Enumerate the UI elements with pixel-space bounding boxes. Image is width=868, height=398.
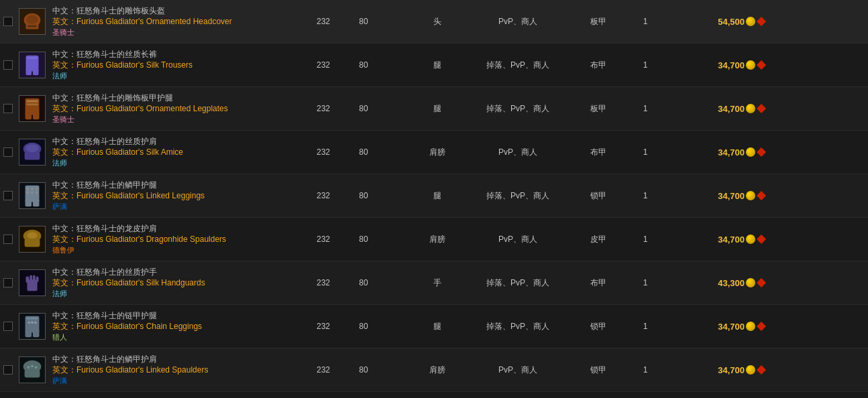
item-source: 掉落、PvP、商人	[464, 189, 572, 203]
svg-point-29	[36, 191, 38, 194]
item-level: 80	[343, 190, 384, 202]
item-name: 中文：狂怒角斗士的雕饰板甲护腿 英文：Furious Gladiator's O…	[48, 91, 303, 127]
pvp-mark-icon	[757, 147, 766, 157]
spacer	[384, 325, 411, 328]
pvp-mark-icon	[757, 235, 766, 244]
table-row: 中文：狂怒角斗士的鳞甲护腿 英文：Furious Gladiator's Lin…	[0, 174, 868, 218]
item-armor-type: 锁甲	[572, 363, 625, 377]
item-armor-type: 皮甲	[572, 233, 625, 247]
svg-rect-9	[27, 58, 37, 59]
svg-rect-22	[25, 200, 32, 206]
svg-point-24	[26, 188, 29, 190]
item-level: 80	[343, 277, 384, 289]
item-level: 80	[343, 15, 384, 27]
item-stack: 1	[625, 59, 665, 71]
pvp-mark-icon	[757, 17, 766, 26]
row-checkbox[interactable]	[0, 320, 16, 332]
svg-rect-36	[26, 277, 30, 283]
item-ilvl: 232	[303, 233, 343, 245]
spacer	[384, 369, 411, 371]
spacer	[384, 194, 411, 197]
svg-rect-43	[33, 330, 40, 337]
svg-point-26	[36, 188, 38, 190]
item-ilvl: 232	[303, 190, 343, 202]
item-level: 80	[343, 59, 384, 71]
pvp-mark-icon	[757, 191, 766, 200]
item-source: 掉落、PvP、商人	[464, 102, 572, 116]
item-ilvl: 232	[303, 146, 343, 158]
row-checkbox[interactable]	[0, 146, 16, 158]
gold-coin-icon	[746, 60, 755, 70]
table-row: 中文：狂怒角斗士的龙皮护肩 英文：Furious Gladiator's Dra…	[0, 218, 868, 261]
svg-rect-39	[36, 277, 39, 283]
spacer	[384, 64, 411, 66]
item-name: 中文：狂怒角斗士的丝质护手 英文：Furious Gladiator's Sil…	[48, 265, 303, 301]
gold-coin-icon	[746, 278, 755, 287]
item-ilvl: 232	[303, 364, 343, 376]
item-slot: 头	[411, 15, 464, 29]
item-price: 34,700	[665, 190, 773, 202]
item-level: 80	[343, 146, 384, 158]
item-price: 34,700	[665, 233, 773, 246]
item-icon	[16, 137, 48, 167]
item-name: 中文：狂怒角斗士的龙皮护肩 英文：Furious Gladiator's Dra…	[48, 222, 303, 257]
item-ilvl: 232	[303, 320, 343, 332]
gold-coin-icon	[746, 322, 755, 331]
pvp-mark-icon	[757, 322, 766, 331]
svg-rect-7	[26, 69, 32, 76]
table-row: 中文：狂怒角斗士的雕饰板甲护腿 英文：Furious Gladiator's O…	[0, 87, 868, 131]
item-price: 34,700	[665, 364, 773, 377]
item-source: PvP、商人	[464, 15, 572, 29]
item-name: 中文：狂怒角斗士的雕饰板头盔 英文：Furious Gladiator's Or…	[48, 4, 303, 40]
item-name: 中文：狂怒角斗士的丝质护肩 英文：Furious Gladiator's Sil…	[48, 135, 303, 170]
svg-rect-12	[25, 113, 32, 119]
item-slot: 腿	[411, 189, 464, 203]
item-name: 中文：狂怒角斗士的链甲护腿 英文：Furious Gladiator's Cha…	[48, 309, 303, 344]
svg-point-47	[34, 321, 37, 324]
svg-point-19	[26, 145, 39, 152]
table-row: 中文：狂怒角斗士的丝质护肩 英文：Furious Gladiator's Sil…	[0, 131, 868, 174]
svg-rect-38	[33, 275, 36, 282]
item-price: 34,700	[665, 59, 773, 72]
item-price: 34,700	[665, 320, 773, 333]
item-level: 80	[343, 320, 384, 332]
item-price: 34,700	[665, 146, 773, 159]
svg-rect-18	[25, 152, 40, 159]
gold-coin-icon	[746, 147, 755, 157]
gold-coin-icon	[746, 104, 755, 113]
row-checkbox[interactable]	[0, 233, 16, 245]
row-checkbox[interactable]	[0, 277, 16, 289]
item-icon	[16, 7, 48, 36]
item-icon	[16, 181, 48, 210]
item-icon	[16, 224, 48, 254]
table-row: 中文：狂怒角斗士的链甲护腿 英文：Furious Gladiator's Cha…	[0, 305, 868, 348]
svg-rect-44	[26, 318, 38, 320]
item-armor-type: 布甲	[572, 58, 625, 72]
item-slot: 腿	[411, 320, 464, 334]
svg-rect-8	[33, 69, 39, 76]
row-checkbox[interactable]	[0, 364, 16, 376]
row-checkbox[interactable]	[0, 103, 16, 115]
item-icon	[16, 94, 48, 123]
item-level: 80	[343, 364, 384, 376]
svg-rect-50	[25, 370, 40, 377]
spacer	[384, 151, 411, 153]
gold-coin-icon	[746, 235, 755, 244]
item-stack: 1	[625, 277, 665, 289]
svg-point-4	[26, 15, 38, 24]
item-stack: 1	[625, 190, 665, 202]
item-icon	[16, 50, 48, 80]
row-checkbox[interactable]	[0, 15, 16, 27]
item-price: 43,300	[665, 277, 773, 289]
table-row: 勇 中文：勇猛交章 英文：Commendation of Bravery 1 P…	[0, 392, 868, 398]
pvp-mark-icon	[757, 104, 766, 113]
row-checkbox[interactable]	[0, 190, 16, 202]
row-checkbox[interactable]	[0, 59, 16, 71]
item-stack: 1	[625, 364, 665, 376]
item-stack: 1	[625, 320, 665, 332]
item-stack: 1	[625, 146, 665, 158]
item-slot: 肩膀	[411, 145, 464, 159]
item-source: 掉落、PvP、商人	[464, 276, 572, 290]
item-ilvl: 232	[303, 103, 343, 115]
svg-rect-42	[25, 330, 32, 337]
